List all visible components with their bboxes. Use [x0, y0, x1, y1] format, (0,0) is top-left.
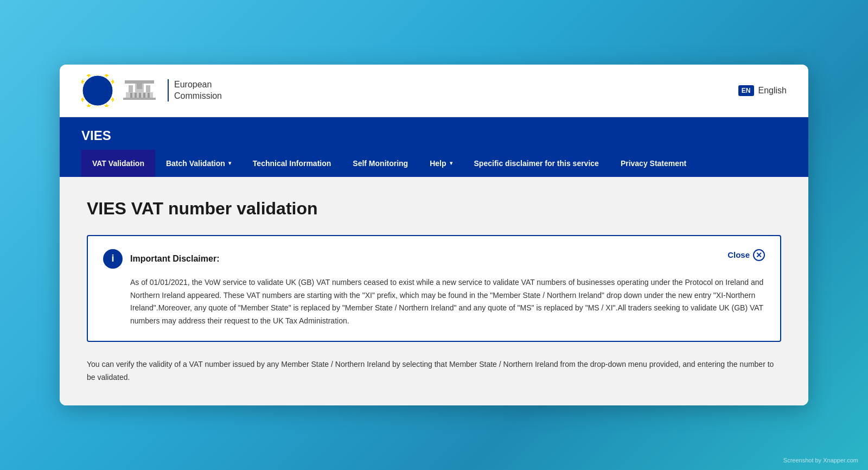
svg-marker-10: [81, 88, 82, 93]
main-window: European Commission EN English VIES VAT …: [60, 65, 808, 406]
bottom-text: You can verify the validity of a VAT num…: [87, 358, 781, 384]
nav-item-technical-information[interactable]: Technical Information: [242, 150, 342, 177]
nav-item-batch-validation[interactable]: Batch Validation ▾: [155, 150, 242, 177]
svg-marker-4: [113, 88, 114, 93]
svg-rect-24: [137, 83, 142, 89]
disclaimer-box: i Important Disclaimer: Close ✕ As of 01…: [87, 235, 781, 342]
commission-text: European Commission: [168, 79, 222, 102]
svg-rect-15: [129, 85, 133, 92]
eu-stars-logo: [81, 74, 114, 107]
batch-chevron-icon: ▾: [228, 160, 231, 167]
language-selector[interactable]: EN English: [738, 85, 787, 96]
nav-item-privacy-statement[interactable]: Privacy Statement: [610, 150, 697, 177]
lang-badge: EN: [738, 85, 754, 96]
svg-rect-23: [148, 93, 150, 98]
disclaimer-header: i Important Disclaimer: Close ✕: [103, 249, 765, 269]
site-header: European Commission EN English: [60, 65, 808, 117]
svg-rect-13: [123, 98, 156, 100]
nav-menu: VAT Validation Batch Validation ▾ Techni…: [81, 150, 787, 177]
svg-marker-1: [95, 74, 100, 75]
nav-bar: VIES VAT Validation Batch Validation ▾ T…: [60, 117, 808, 177]
disclaimer-body: As of 01/01/2021, the VoW service to val…: [103, 276, 765, 328]
nav-item-vat-validation[interactable]: VAT Validation: [81, 150, 155, 177]
close-label: Close: [727, 250, 750, 259]
site-title: VIES: [81, 117, 787, 150]
info-icon: i: [103, 249, 123, 269]
svg-point-0: [82, 75, 113, 106]
svg-rect-19: [130, 93, 132, 98]
svg-rect-17: [146, 85, 150, 92]
disclaimer-title-row: i Important Disclaimer:: [103, 249, 219, 269]
svg-rect-21: [139, 93, 141, 98]
page-title: VIES VAT number validation: [87, 199, 781, 219]
close-circle-icon: ✕: [753, 249, 765, 261]
svg-rect-20: [135, 93, 137, 98]
help-chevron-icon: ▾: [450, 160, 452, 167]
nav-item-help[interactable]: Help ▾: [419, 150, 463, 177]
main-content: VIES VAT number validation i Important D…: [60, 177, 808, 406]
commission-building-logo: [120, 77, 158, 104]
lang-label: English: [758, 86, 787, 96]
svg-marker-7: [95, 106, 100, 106]
logo-area: European Commission: [81, 74, 222, 107]
nav-item-specific-disclaimer[interactable]: Specific disclaimer for this service: [463, 150, 610, 177]
svg-rect-22: [143, 93, 145, 98]
close-button[interactable]: Close ✕: [727, 249, 765, 261]
screenshot-credit: Screenshot by Xnapper.com: [783, 457, 858, 463]
nav-item-self-monitoring[interactable]: Self Monitoring: [342, 150, 419, 177]
disclaimer-title: Important Disclaimer:: [130, 254, 219, 264]
